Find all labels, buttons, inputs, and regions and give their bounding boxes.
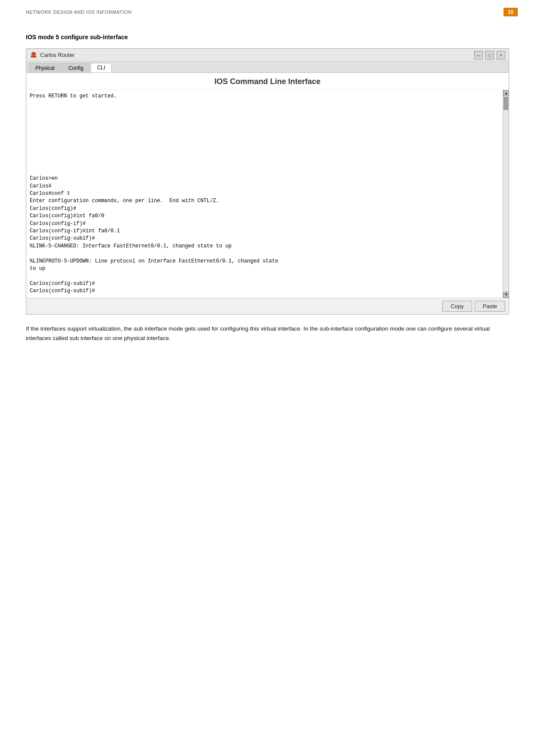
router-window: Carlos Router — □ × Physical Config CLI … [26, 48, 509, 315]
window-title-text: Carlos Router [40, 52, 75, 58]
page-header: NETWORK DESIGN AND IOS INFORMATION 10 [0, 0, 535, 21]
tab-physical[interactable]: Physical [29, 63, 61, 72]
section-heading: IOS mode 5 configure sub-interface [26, 34, 509, 41]
scrollbar-down-arrow[interactable]: ▼ [503, 292, 509, 298]
window-controls: — □ × [474, 51, 505, 59]
maximize-button[interactable]: □ [485, 51, 494, 59]
window-footer: Copy Paste [26, 298, 509, 314]
router-icon [30, 51, 38, 59]
page-number: 10 [504, 8, 518, 16]
scrollbar-thumb[interactable] [504, 97, 508, 110]
scrollbar-up-arrow[interactable]: ▲ [503, 90, 509, 96]
page-content: IOS mode 5 configure sub-interface Carlo… [0, 21, 535, 360]
window-title-left: Carlos Router [30, 51, 75, 59]
minimize-button[interactable]: — [474, 51, 483, 59]
tab-cli[interactable]: CLI [91, 63, 112, 72]
ios-cli-header: IOS Command Line Interface [26, 73, 509, 90]
copy-button[interactable]: Copy [442, 301, 472, 312]
scrollbar-track [503, 96, 509, 292]
window-titlebar: Carlos Router — □ × [26, 49, 509, 62]
terminal-content[interactable]: Press RETURN to get started. Carlos>en C… [26, 90, 503, 298]
body-text: If the interfaces support virtualization… [26, 324, 509, 344]
page-title: NETWORK DESIGN AND IOS INFORMATION [26, 9, 131, 15]
window-body: IOS Command Line Interface Press RETURN … [26, 73, 509, 298]
paste-button[interactable]: Paste [475, 301, 505, 312]
close-button[interactable]: × [497, 51, 505, 59]
svg-rect-1 [31, 56, 36, 57]
terminal-area: Press RETURN to get started. Carlos>en C… [26, 90, 509, 298]
window-tabs: Physical Config CLI [26, 62, 509, 73]
tab-config[interactable]: Config [62, 63, 90, 72]
terminal-scrollbar[interactable]: ▲ ▼ [503, 90, 509, 298]
